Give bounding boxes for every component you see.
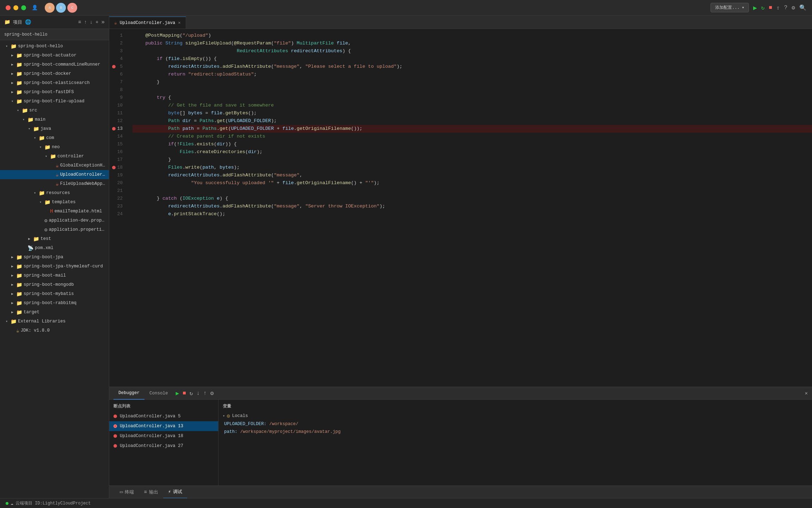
code-area[interactable]: @PostMapping("/upload") public String si… xyxy=(127,29,812,387)
tree-item-global-exception[interactable]: ▶ ☕ GlobalExceptionHandler.ja... xyxy=(0,161,109,170)
line-num-15: 15 xyxy=(109,140,127,148)
tree-item-neo[interactable]: ▾ 📁 neo xyxy=(0,143,109,152)
code-line-18: Files.write(path, bytes); xyxy=(133,164,812,171)
upload-icon[interactable]: ↑ xyxy=(84,19,87,25)
debug-stop-button[interactable]: ■ xyxy=(183,390,186,397)
debug-step-into-button[interactable]: ↓ xyxy=(196,390,200,397)
settings-icon[interactable]: ⚙ xyxy=(792,4,795,11)
line-num-11: 11 xyxy=(109,109,127,117)
terminal-icon: ▭ xyxy=(120,489,123,495)
tree-item-controller[interactable]: ▾ 📁 controller xyxy=(0,152,109,161)
debug-settings-button[interactable]: ⚙ xyxy=(210,390,214,397)
tree-item-file-upload-app[interactable]: ▶ ☕ FileUploadWebApplication.ja... xyxy=(0,179,109,188)
tree-item-main[interactable]: ▾ 📁 main xyxy=(0,115,109,124)
tree-item-upload-controller[interactable]: ▶ ☕ UploadController.java xyxy=(0,170,109,179)
folder-icon: 📁 xyxy=(4,19,10,25)
tab-upload-controller[interactable]: ☕ UploadController.java ✕ xyxy=(109,17,186,29)
tab-close-button[interactable]: ✕ xyxy=(178,20,180,25)
tree-label: src xyxy=(29,108,37,113)
tree-item-java[interactable]: ▾ 📁 java xyxy=(0,124,109,133)
collapse-sidebar-button[interactable]: » xyxy=(101,19,105,25)
tab-output[interactable]: ≡ 输出 xyxy=(139,486,163,498)
tab-console[interactable]: Console xyxy=(144,387,173,400)
code-line-8 xyxy=(133,86,812,94)
tree-item-spring-boot-hello[interactable]: ▾ 📁 spring-boot-hello xyxy=(0,42,109,51)
debug-panel-close-button[interactable]: ✕ xyxy=(805,390,808,396)
var-val-2: /workspace/myproject/images/avatar.jpg xyxy=(240,429,341,434)
minimize-button[interactable] xyxy=(13,5,18,10)
tree-label: JDK: v1.8.0 xyxy=(20,328,50,333)
filter-icon[interactable]: ≡ xyxy=(78,19,81,25)
debug-resume-button[interactable]: ▶ xyxy=(176,390,179,397)
tree-item-file-upload[interactable]: ▾ 📁 spring-boot-file-upload xyxy=(0,97,109,106)
tree-label: FileUploadWebApplication.ja... xyxy=(60,181,106,186)
tree-item-src[interactable]: ▾ 📁 src xyxy=(0,106,109,115)
breakpoint-item-3[interactable]: UploadController.java 18 xyxy=(109,431,218,441)
console-tab-label: Console xyxy=(149,391,168,396)
editor-content: 1 2 3 4 5 6 7 8 9 10 11 12 13 14 15 16 1… xyxy=(109,29,812,387)
share-icon[interactable]: ⇪ xyxy=(776,4,780,11)
add-file-icon[interactable]: + xyxy=(96,19,98,25)
tree-item-jdk[interactable]: ▶ ☕ JDK: v1.8.0 xyxy=(0,326,109,335)
tree-item-commandlinerunner[interactable]: ▶ 📁 spring-boot-commandLineRunner xyxy=(0,60,109,69)
vars-group-locals[interactable]: ▾ ◎ Locals xyxy=(219,411,812,420)
debug-step-over-button[interactable]: ↻ xyxy=(190,390,193,397)
download-icon[interactable]: ↓ xyxy=(90,19,93,25)
tree-item-resources[interactable]: ▾ 📁 resources xyxy=(0,188,109,198)
debugger-tab-label: Debugger xyxy=(118,391,140,395)
tree-item-jpa[interactable]: ▶ 📁 spring-boot-jpa xyxy=(0,253,109,262)
tree-item-jpa-thymeleaf[interactable]: ▶ 📁 spring-boot-jpa-thymeleaf-curd xyxy=(0,262,109,271)
breakpoint-item-4[interactable]: UploadController.java 27 xyxy=(109,441,218,451)
tree-label: spring-boot-jpa xyxy=(24,255,63,260)
breakpoint-item-2[interactable]: UploadController.java 13 xyxy=(109,421,218,431)
breakpoints-title: 断点列表 xyxy=(109,401,218,411)
tree-item-mail[interactable]: ▶ 📁 spring-boot-mail xyxy=(0,271,109,280)
tree-item-app-props[interactable]: ▶ ⚙ application.properties xyxy=(0,225,109,234)
breakpoint-dot-4 xyxy=(113,444,117,448)
tree-item-external-libs[interactable]: ▾ 📁 External Libraries xyxy=(0,317,109,326)
tree-label: spring-boot-actuator xyxy=(24,53,76,58)
tree-item-app-dev-props[interactable]: ▶ ⚙ application-dev.properties xyxy=(0,216,109,225)
tree-item-rabbitmq[interactable]: ▶ 📁 spring-boot-rabbitmq xyxy=(0,298,109,308)
tree-item-email-template[interactable]: ▶ H emailTemplate.html xyxy=(0,207,109,216)
code-line-15: if(!Files.exists(dir)) { xyxy=(133,140,812,148)
tree-item-mybatis[interactable]: ▶ 📁 spring-boot-mybatis xyxy=(0,289,109,298)
reload-button[interactable]: ↻ xyxy=(761,4,765,11)
run-button[interactable]: ▶ xyxy=(753,4,757,12)
tree-label: main xyxy=(35,117,45,122)
breakpoint-label-2: UploadController.java 13 xyxy=(120,424,183,429)
tree-item-fastdfs[interactable]: ▶ 📁 spring-boot-fastDFS xyxy=(0,87,109,97)
var-key-2: path: xyxy=(224,429,238,434)
var-key-1: UPLOADED_FOLDER: xyxy=(224,422,266,427)
tab-debugger[interactable]: Debugger xyxy=(113,387,144,400)
line-num-21: 21 xyxy=(109,187,127,195)
tree-item-com[interactable]: ▾ 📁 com xyxy=(0,133,109,143)
cloud-icon: ☁ xyxy=(11,501,13,506)
tree-item-target[interactable]: ▶ 📁 target xyxy=(0,308,109,317)
terminal-tab-label: 终端 xyxy=(125,489,134,495)
tab-bar: ☕ UploadController.java ✕ xyxy=(109,16,812,29)
tab-debug[interactable]: ⚡ 调试 xyxy=(163,486,187,498)
tree-item-docker[interactable]: ▶ 📁 spring-boot-docker xyxy=(0,69,109,78)
tree-item-pom[interactable]: ▶ 📡 pom.xml xyxy=(0,243,109,253)
tree-item-test[interactable]: ▶ 📁 test xyxy=(0,234,109,243)
vars-group-icon: ◎ xyxy=(227,413,230,419)
tree-item-mongodb[interactable]: ▶ 📁 spring-boot-mongodb xyxy=(0,280,109,289)
stop-button[interactable]: ■ xyxy=(769,5,773,11)
tree-item-templates[interactable]: ▾ 📁 templates xyxy=(0,198,109,207)
add-config-button[interactable]: 添加配置... ▾ xyxy=(710,3,749,12)
tab-terminal[interactable]: ▭ 终端 xyxy=(115,486,139,498)
maximize-button[interactable] xyxy=(21,5,26,10)
search-icon[interactable]: 🔍 xyxy=(799,4,806,11)
debug-step-out-button[interactable]: ↑ xyxy=(203,390,207,397)
code-line-21 xyxy=(133,187,812,195)
debug-tab-label: 调试 xyxy=(173,489,182,495)
vars-expand-icon: ▾ xyxy=(223,414,225,418)
tree-item-elasticsearch[interactable]: ▶ 📁 spring-boot-elasticsearch xyxy=(0,78,109,87)
file-tree: ▾ 📁 spring-boot-hello ▶ 📁 spring-boot-ac… xyxy=(0,40,109,498)
breakpoint-item-1[interactable]: UploadController.java 5 xyxy=(109,411,218,421)
help-icon[interactable]: ? xyxy=(784,5,788,11)
tree-item-spring-boot-actuator[interactable]: ▶ 📁 spring-boot-actuator xyxy=(0,51,109,60)
line-num-24: 24 xyxy=(109,210,127,218)
close-button[interactable] xyxy=(6,5,11,10)
